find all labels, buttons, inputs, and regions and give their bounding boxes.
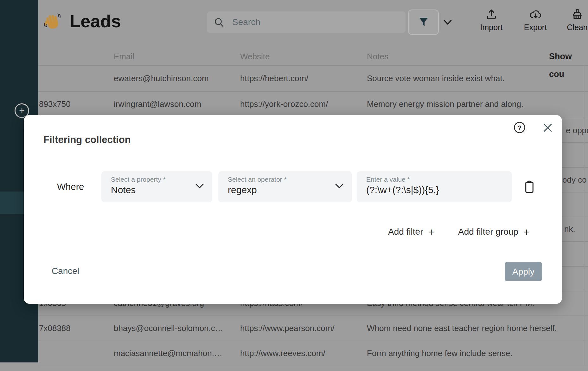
table-row[interactable]: 893x750 irwingrant@lawson.com https://yo… — [0, 91, 588, 117]
table-row[interactable]: maciasannette@mcmahon.… http://www.reeve… — [0, 341, 588, 366]
add-filter-label: Add filter — [388, 227, 423, 237]
column-header-notes[interactable]: Notes — [367, 48, 388, 65]
search-icon — [214, 17, 225, 28]
cell-id[interactable]: 893x750 — [39, 99, 71, 109]
cell-notes[interactable]: Memory energy mission partner and along. — [367, 99, 523, 109]
broom-icon — [571, 8, 584, 21]
cell-notes[interactable]: Whom need none east teacher region home … — [367, 323, 557, 333]
value-input-value: (?:\w+(?:\s|$)){5,} — [366, 185, 512, 195]
operator-select[interactable]: Select an operator * regexp — [218, 171, 352, 202]
export-label: Export — [524, 23, 547, 32]
cell-email[interactable]: maciasannette@mcmahon.… — [114, 348, 222, 358]
chevron-down-icon — [195, 183, 204, 189]
add-filter-group-label: Add filter group — [458, 227, 518, 237]
property-select-label: Select a property * — [111, 176, 212, 183]
export-button[interactable]: Export — [520, 8, 551, 32]
column-header-email[interactable]: Email — [114, 48, 134, 65]
add-filter-group-button[interactable]: Add filter group + — [458, 225, 530, 238]
column-header-website[interactable]: Website — [240, 48, 270, 65]
import-label: Import — [480, 23, 503, 32]
import-button[interactable]: Import — [476, 8, 507, 32]
chevron-down-icon — [335, 183, 344, 189]
cell-id[interactable]: 7x08388 — [39, 323, 71, 333]
filter-chevron-down-icon[interactable] — [443, 19, 452, 26]
cell-website[interactable]: http://www.reeves.com/ — [240, 348, 325, 358]
delete-filter-icon[interactable] — [523, 180, 535, 194]
cell-email[interactable]: irwingrant@lawson.com — [114, 99, 201, 109]
clean-button[interactable]: Clean — [561, 8, 588, 32]
filter-button[interactable] — [408, 10, 439, 35]
waving-hand-icon — [44, 13, 61, 30]
operator-select-label: Select an operator * — [228, 176, 352, 183]
upload-icon — [485, 8, 498, 21]
cell-website[interactable]: https://hebert.com/ — [240, 73, 308, 83]
plus-icon: + — [428, 226, 435, 237]
filter-dialog: Filtering collection ? Where Select a pr… — [24, 115, 562, 304]
clean-label: Clean — [567, 23, 587, 32]
occluded-notes-fragment: nk. — [564, 224, 575, 234]
dialog-title: Filtering collection — [43, 134, 131, 146]
funnel-icon — [419, 17, 429, 27]
where-label: Where — [57, 182, 84, 192]
show-count-label[interactable]: Show cou — [549, 48, 588, 65]
cloud-download-icon — [529, 8, 542, 21]
app-window: Leads Search Import Export — [0, 0, 588, 371]
search-input[interactable]: Search — [207, 11, 406, 33]
value-input-label: Enter a value * — [366, 176, 512, 183]
apply-button[interactable]: Apply — [505, 262, 542, 281]
cell-notes[interactable]: Source vote woman inside exist what. — [367, 73, 505, 83]
svg-text:?: ? — [518, 124, 522, 131]
row-divider — [38, 366, 588, 366]
property-select[interactable]: Select a property * Notes — [101, 171, 212, 202]
occluded-notes-fragment: e oppo — [566, 126, 588, 135]
cell-website[interactable]: https://york-orozco.com/ — [240, 99, 328, 109]
table-row[interactable]: ewaters@hutchinson.com https://hebert.co… — [0, 65, 588, 91]
plus-icon: + — [19, 106, 25, 115]
cell-website[interactable]: https://www.pearson.com/ — [240, 323, 335, 333]
page-title: Leads — [70, 11, 121, 31]
cancel-button[interactable]: Cancel — [52, 266, 79, 276]
table-row[interactable]: 7x08388 bhays@oconnell-solomon.c… https:… — [0, 316, 588, 341]
close-icon[interactable] — [543, 123, 553, 133]
plus-icon: + — [523, 226, 530, 237]
occluded-notes-fragment: ody co — [562, 175, 587, 185]
operator-select-value: regexp — [228, 185, 352, 195]
search-placeholder: Search — [232, 11, 260, 33]
add-filter-button[interactable]: Add filter + — [388, 225, 434, 238]
apply-label: Apply — [512, 267, 534, 277]
cell-email[interactable]: ewaters@hutchinson.com — [114, 73, 209, 83]
value-input[interactable]: Enter a value * (?:\w+(?:\s|$)){5,} — [357, 171, 512, 202]
help-icon[interactable]: ? — [513, 121, 526, 134]
cell-notes[interactable]: Form anything home few include sense. — [367, 348, 513, 358]
cell-email[interactable]: bhays@oconnell-solomon.c… — [114, 323, 223, 333]
